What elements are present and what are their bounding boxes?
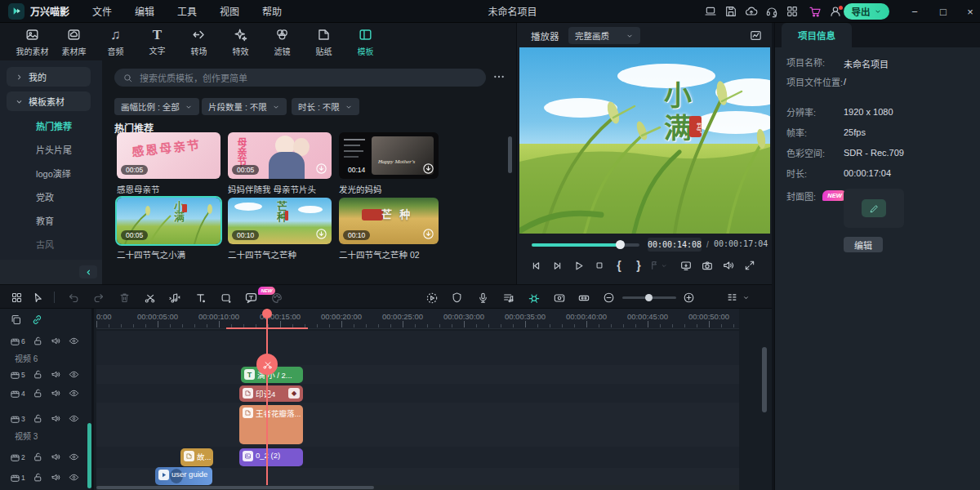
sidebar-group-my[interactable]: 我的 <box>7 67 91 87</box>
keyframe-diamond-icon[interactable]: ◆ <box>288 388 300 399</box>
export-button[interactable]: 导出 <box>844 3 889 20</box>
tab-stock-library[interactable]: 素材库 <box>53 23 95 60</box>
track-lane-5[interactable] <box>96 365 739 384</box>
workspace-grid-icon[interactable] <box>10 291 24 305</box>
template-card[interactable]: 芒种 00:10 二十四节气之芒种 <box>228 198 332 261</box>
track-header-scrollbar[interactable] <box>87 423 91 488</box>
voiceover-mic-icon[interactable] <box>476 291 490 305</box>
tab-my-media[interactable]: 我的素材 <box>11 23 53 60</box>
speaker-icon[interactable] <box>51 336 61 346</box>
screen-record-icon[interactable] <box>552 291 566 305</box>
volume-button[interactable] <box>719 256 737 274</box>
timeline-zoom-slider[interactable] <box>622 296 676 299</box>
cover-thumbnail-box[interactable] <box>844 189 904 228</box>
menu-tools[interactable]: 工具 <box>177 4 197 18</box>
playhead-scissors-button[interactable] <box>256 354 278 375</box>
seek-knob[interactable] <box>616 240 625 249</box>
tab-stickers[interactable]: 贴纸 <box>303 23 345 60</box>
filter-clip-count[interactable]: 片段数量 : 不限 <box>202 98 287 115</box>
tab-project-info[interactable]: 项目信息 <box>782 23 852 47</box>
zoom-knob[interactable] <box>645 294 653 301</box>
template-card[interactable]: Happy Mother's 00:14 发光的妈妈 <box>339 132 439 195</box>
audio-mixer-icon[interactable] <box>501 291 515 305</box>
playhead-line[interactable] <box>266 309 268 485</box>
menu-file[interactable]: 文件 <box>92 4 112 18</box>
fit-timeline-icon[interactable] <box>577 291 590 305</box>
zoom-out-icon[interactable] <box>602 291 616 305</box>
filter-aspect-ratio[interactable]: 画幅比例 : 全部 <box>114 98 199 115</box>
redo-icon[interactable] <box>91 291 105 305</box>
color-palette-icon[interactable] <box>270 291 283 305</box>
speaker-icon[interactable] <box>51 472 61 483</box>
eye-icon[interactable] <box>69 413 79 424</box>
timeline-ruler[interactable]: 00:00:00 00:00:05:00 00:00:10:00 00:00:1… <box>96 309 739 329</box>
download-icon[interactable] <box>422 228 434 240</box>
lock-icon[interactable] <box>33 369 43 380</box>
eye-icon[interactable] <box>69 452 79 462</box>
tab-text[interactable]: T文字 <box>136 23 178 60</box>
speaker-icon[interactable] <box>51 388 61 399</box>
download-icon[interactable] <box>422 163 434 175</box>
save-icon[interactable] <box>723 4 739 19</box>
cover-edit-button[interactable]: 编辑 <box>844 237 883 252</box>
mark-out-button[interactable]: } <box>630 256 648 274</box>
seek-slider[interactable] <box>532 243 639 247</box>
clip-image[interactable]: 0_2 (2) <box>239 448 303 466</box>
playhead-knob[interactable] <box>262 309 272 318</box>
duplicate-icon[interactable] <box>10 314 23 327</box>
timeline-horizontal-scrollbar[interactable] <box>96 485 739 490</box>
window-minimize-button[interactable]: − <box>902 0 927 23</box>
menu-edit[interactable]: 编辑 <box>135 4 154 18</box>
delete-icon[interactable] <box>118 291 131 305</box>
support-headset-icon[interactable] <box>764 4 780 19</box>
track-manager-icon[interactable] <box>725 291 739 305</box>
workspace-layout-icon[interactable] <box>702 4 719 19</box>
menu-help[interactable]: 帮助 <box>262 4 282 18</box>
split-scissors-icon[interactable] <box>143 291 157 305</box>
speaker-icon[interactable] <box>51 369 61 380</box>
menu-view[interactable]: 视图 <box>220 4 239 18</box>
current-timecode[interactable]: 00:00:14:08 <box>648 238 702 252</box>
store-cart-icon[interactable] <box>807 4 823 19</box>
mark-in-button[interactable]: { <box>610 256 628 274</box>
select-tool-icon[interactable] <box>31 291 45 305</box>
app-logo-icon[interactable] <box>8 3 24 20</box>
clip-petals[interactable]: 王者花瓣落... <box>239 405 303 444</box>
cloud-upload-icon[interactable] <box>743 4 760 19</box>
cover-edit-icon[interactable] <box>862 199 886 217</box>
clip-story[interactable]: 故... <box>180 448 213 466</box>
clip-video[interactable]: user guide <box>155 467 212 485</box>
track-lane-3[interactable] <box>96 403 739 447</box>
speaker-icon[interactable] <box>51 413 61 424</box>
eye-icon[interactable] <box>69 388 79 399</box>
beat-detection-icon[interactable] <box>167 291 181 305</box>
scrollbar-thumb[interactable] <box>96 486 374 489</box>
template-card[interactable]: 感恩母亲节 00:05 感恩母亲节 <box>117 132 220 195</box>
tab-transition[interactable]: 转场 <box>178 23 220 60</box>
eye-icon[interactable] <box>69 336 79 346</box>
stop-button[interactable] <box>590 256 608 274</box>
template-card[interactable]: 母亲节 00:05 妈妈伴随我 母亲节片头 <box>228 132 332 195</box>
lock-icon[interactable] <box>33 336 43 346</box>
marker-button[interactable] <box>649 256 667 274</box>
sidebar-collapse-button[interactable] <box>79 265 97 278</box>
fullscreen-button[interactable] <box>741 256 759 274</box>
template-card-selected[interactable]: 小满 00:05 二十四节气之小满 <box>117 198 220 261</box>
sidebar-item-intro-outro[interactable]: 片头片尾 <box>36 143 72 156</box>
lock-icon[interactable] <box>33 472 43 483</box>
shield-icon[interactable] <box>450 291 464 305</box>
add-text-icon[interactable] <box>194 291 207 305</box>
filter-duration[interactable]: 时长 : 不限 <box>292 98 359 115</box>
library-scrollbar[interactable] <box>508 136 512 173</box>
sidebar-item-ancient[interactable]: 古风 <box>36 238 54 251</box>
window-maximize-button[interactable]: □ <box>931 0 956 23</box>
download-icon[interactable] <box>315 163 327 175</box>
smart-cut-icon[interactable] <box>527 291 541 305</box>
template-card[interactable]: 芒 种 00:10 二十四节气之芒种 02 <box>339 198 439 261</box>
account-icon[interactable] <box>827 4 844 19</box>
quality-dropdown[interactable]: 完整画质 <box>568 27 640 44</box>
zoom-in-icon[interactable] <box>682 291 696 305</box>
tab-audio[interactable]: ♫音频 <box>95 23 136 60</box>
lock-icon[interactable] <box>33 388 43 399</box>
render-preview-icon[interactable] <box>425 291 439 305</box>
